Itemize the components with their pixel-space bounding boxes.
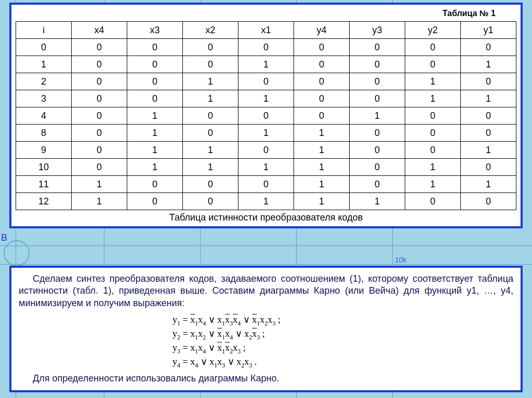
- table-cell: 0: [127, 73, 183, 90]
- table-cell: 0: [72, 73, 127, 90]
- table-cell: 0: [127, 176, 183, 193]
- table-cell: 0: [294, 107, 350, 125]
- table-cell: 0: [294, 39, 350, 56]
- table-cell: 1: [238, 56, 294, 73]
- table-cell: 0: [405, 193, 461, 210]
- table-cell: 0: [350, 159, 405, 176]
- table-cell: 0: [350, 56, 405, 73]
- table-cell: 0: [72, 107, 127, 125]
- table-cell: 0: [183, 176, 238, 193]
- table-cell: 11: [16, 176, 72, 193]
- table-cell: 0: [72, 90, 127, 107]
- table-number-label: Таблица № 1: [16, 8, 516, 21]
- truth-table: ix4x3x2x1y4y3y2y1 0000000001000100012001…: [16, 21, 516, 210]
- table-header-cell: y3: [350, 22, 405, 39]
- edge-letter: B: [1, 232, 7, 243]
- table-cell: 1: [461, 176, 516, 193]
- equation-y4: y4 = x4 ∨ x1x3 ∨ x2x3 .: [172, 355, 360, 369]
- table-header-cell: i: [16, 22, 72, 39]
- table-cell: 0: [350, 90, 405, 107]
- table-cell: 1: [238, 125, 294, 142]
- table-cell: 1: [127, 107, 183, 125]
- table-cell: 0: [350, 73, 405, 90]
- table-header-cell: x3: [127, 22, 183, 39]
- table-row: 801011000: [16, 125, 516, 142]
- table-cell: 0: [72, 159, 127, 176]
- table-row: 200100010: [16, 73, 516, 90]
- table-cell: 1: [72, 193, 127, 210]
- table-cell: 10: [16, 159, 72, 176]
- table-cell: 3: [16, 90, 72, 107]
- table-row: 100010001: [16, 56, 516, 73]
- table-cell: 1: [238, 90, 294, 107]
- table-header-cell: y1: [461, 22, 516, 39]
- table-cell: 0: [405, 142, 461, 159]
- table-row: 1001111010: [16, 159, 516, 176]
- table-cell: 2: [16, 73, 72, 90]
- explanation-panel: Сделаем синтез преобразователя кодов, за…: [9, 266, 523, 392]
- table-cell: 12: [16, 193, 72, 210]
- table-row: 300110011: [16, 90, 516, 107]
- table-cell: 0: [127, 56, 183, 73]
- table-cell: 0: [183, 39, 238, 56]
- table-row: 1210011100: [16, 193, 516, 210]
- equation-y2: y2 = x1x2 ∨ x1x4 ∨ x2x3 ;: [172, 327, 360, 341]
- table-cell: 0: [350, 125, 405, 142]
- table-cell: 1: [461, 142, 516, 159]
- table-header-cell: x4: [72, 22, 127, 39]
- table-header-cell: y4: [294, 22, 350, 39]
- table-cell: 1: [127, 142, 183, 159]
- table-cell: 0: [72, 142, 127, 159]
- table-cell: 1: [183, 142, 238, 159]
- table-cell: 0: [72, 56, 127, 73]
- table-cell: 1: [183, 90, 238, 107]
- table-cell: 1: [294, 125, 350, 142]
- table-cell: 0: [183, 125, 238, 142]
- table-cell: 1: [405, 73, 461, 90]
- table-cell: 0: [461, 107, 516, 125]
- table-cell: 0: [350, 176, 405, 193]
- table-cell: 0: [16, 39, 72, 56]
- table-row: 901101001: [16, 142, 516, 159]
- table-cell: 1: [238, 193, 294, 210]
- table-cell: 1: [183, 73, 238, 90]
- table-cell: 0: [294, 90, 350, 107]
- table-cell: 0: [350, 39, 405, 56]
- table-header-cell: y2: [405, 22, 461, 39]
- table-cell: 1: [183, 159, 238, 176]
- table-caption: Таблица истинности преобразователя кодов: [16, 210, 516, 224]
- table-cell: 4: [16, 107, 72, 125]
- table-cell: 0: [238, 142, 294, 159]
- table-cell: 1: [294, 176, 350, 193]
- table-cell: 0: [127, 193, 183, 210]
- table-header-cell: x1: [238, 22, 294, 39]
- table-cell: 0: [183, 56, 238, 73]
- table-cell: 0: [183, 107, 238, 125]
- background-strip: 10k: [0, 244, 532, 265]
- table-cell: 1: [127, 159, 183, 176]
- table-cell: 1: [350, 107, 405, 125]
- table-cell: 1: [16, 56, 72, 73]
- table-cell: 0: [72, 39, 127, 56]
- table-cell: 8: [16, 125, 72, 142]
- paragraph-1: Сделаем синтез преобразователя кодов, за…: [19, 273, 513, 309]
- table-cell: 0: [350, 142, 405, 159]
- table-cell: 0: [183, 193, 238, 210]
- table-header-cell: x2: [183, 22, 238, 39]
- table-cell: 9: [16, 142, 72, 159]
- table-cell: 1: [461, 90, 516, 107]
- table-cell: 1: [461, 56, 516, 73]
- table-cell: 0: [238, 176, 294, 193]
- table-cell: 1: [127, 125, 183, 142]
- table-cell: 0: [405, 56, 461, 73]
- table-row: 401000100: [16, 107, 516, 125]
- svg-point-0: [4, 241, 29, 266]
- table-cell: 0: [294, 56, 350, 73]
- equations-block: y1 = x1x4 ∨ x1x3x4 ∨ x1x2x3 ; y2 = x1x2 …: [172, 313, 360, 369]
- table-cell: 1: [405, 90, 461, 107]
- table-cell: 1: [294, 142, 350, 159]
- table-cell: 0: [238, 39, 294, 56]
- table-cell: 0: [461, 39, 516, 56]
- equation-y1: y1 = x1x4 ∨ x1x3x4 ∨ x1x2x3 ;: [172, 313, 360, 327]
- truth-table-panel: Таблица № 1 ix4x3x2x1y4y3y2y1 0000000001…: [9, 3, 523, 228]
